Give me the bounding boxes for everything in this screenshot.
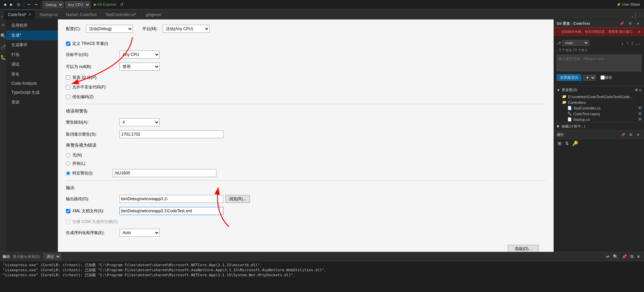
output-pin-btn[interactable]: 📌 [621,253,628,260]
git-folder-controllers[interactable]: 📁 Controllers [559,99,644,105]
com-reg-checkbox[interactable] [66,220,70,224]
xml-doc-input[interactable] [120,207,223,215]
tab-nuget[interactable]: NuGet: CodeTest [62,10,101,19]
debug-select[interactable]: Debug [43,1,64,8]
modify-checkbox[interactable] [600,75,605,80]
warning-level-select[interactable]: 4 [120,118,160,126]
treat-warnings-title: 将警告视为错误 [66,142,546,148]
nav-code-analysis[interactable]: Code Analysis [6,79,58,88]
tab-scroll-left[interactable]: ‹ [0,14,4,19]
advanced-btn[interactable]: 高级(D)... [508,245,539,252]
live-share-btn[interactable]: ⚡ Live Share [614,2,643,7]
changes-diff-icon[interactable]: ≡ [639,88,641,92]
nav-build-event[interactable]: 生成事件 [6,40,58,50]
activity-git[interactable]: ⎇ [0,43,7,50]
redo-btn[interactable]: ↪ [32,2,40,7]
unsafe-checkbox[interactable] [66,85,70,89]
git-pull-btn[interactable]: ↓ [621,40,625,46]
activity-search[interactable]: 🔍 [0,32,7,40]
activity-bar: ≡ 🔍 ⎇ 🐛 [0,19,6,252]
xml-doc-row: XML 文档文件(X): [66,207,546,215]
back-btn[interactable]: ◀ [1,2,8,7]
output-path-input[interactable] [120,195,223,203]
git-more-btn[interactable]: … [635,40,641,46]
git-file-tree: 📁 D:\codetest\CodeTest\CodeTest\Code... … [554,94,644,122]
target-platform-select[interactable]: Any CPU [120,51,160,59]
git-file-csproj[interactable]: 🔧 CodeTest.csproj M [559,111,644,117]
nav-app[interactable]: 应用程序 [6,21,58,30]
branch-select[interactable]: main [562,40,589,46]
sep1 [24,2,24,8]
tab-gitignore[interactable]: .gitignore [141,10,166,19]
config-dropdown[interactable]: 活动(Debug) [86,25,133,33]
run-btn[interactable]: ▶ IIS Express [92,2,118,7]
cpu-select[interactable]: Any CPU [65,1,90,8]
nullable-select[interactable]: 禁用 [120,63,160,71]
activity-explorer[interactable]: ≡ [0,21,7,29]
output-source-label: 显示输出来源(S): [13,254,41,259]
activity-debug[interactable]: 🐛 [0,54,7,61]
staging-label: 储藏(计算中...) [561,124,585,128]
output-close-btn[interactable]: ✕ [636,253,641,260]
git-close-btn[interactable]: ✕ [635,21,641,26]
prefer32-checkbox[interactable] [66,75,70,80]
settings-scroll[interactable]: 配置(C): 活动(Debug) 平台(M): 活动(Any CPU) 定义 T… [58,19,554,252]
nav-build[interactable]: 生成* [6,30,58,40]
changes-add-icon[interactable]: ⊕ [635,88,638,92]
none-radio[interactable] [66,153,70,157]
git-error-close[interactable]: ✕ [638,30,641,34]
props-float-btn[interactable]: ⧉ [628,132,634,137]
tab-testcontroller[interactable]: TestController.cs* [101,10,141,19]
git-file-testcontroller[interactable]: 📄 TestController.cs M [559,105,644,111]
git-file-startup[interactable]: 📄 Startup.cs M [559,117,644,122]
undo-btn[interactable]: ↩ [25,2,32,7]
all-radio[interactable] [66,161,70,166]
specific-input[interactable] [113,169,216,177]
nav-typescript[interactable]: TypeScript 生成 [6,88,58,97]
forward-btn[interactable]: ▶ [8,2,15,7]
props-pin-btn[interactable]: 📌 [619,132,627,137]
output-float-btn[interactable]: ⧉ [629,253,634,260]
define-trace-checkbox[interactable] [66,42,70,46]
serial-label: 生成序列化程序集(E): [66,230,120,236]
specific-radio[interactable] [66,171,70,175]
nav-debug[interactable]: 调试 [6,60,58,69]
git-pin-btn[interactable]: 📌 [618,21,626,26]
nav-pack[interactable]: 打包 [6,50,58,60]
prop-categories-btn[interactable]: ⊞ [557,140,563,146]
target-platform-row: 目标平台(G): Any CPU [66,51,546,59]
commit-dropdown[interactable]: ▼ [583,75,596,81]
suppress-warnings-input[interactable] [120,130,223,138]
output-wrap-btn[interactable]: ⇌ [605,253,611,260]
tab-close[interactable]: ✕ [28,13,31,16]
define-trace-row: 定义 TRACE 常量(I) [66,41,546,47]
output-source-select[interactable]: 调试 [44,253,61,260]
git-sync-btn[interactable]: ↕ [630,40,635,46]
prop-key-btn[interactable]: 🔑 [571,140,579,146]
nav-sign[interactable]: 签名 [6,69,58,79]
optimize-checkbox[interactable] [66,95,70,99]
tab-scroll-right[interactable]: › [630,14,634,19]
none-label: 无(N) [72,152,82,158]
nav-resources[interactable]: 资源 [6,97,58,107]
staging-header[interactable]: ▶ 储藏(计算中...) [554,122,644,130]
tab-overflow-btn[interactable]: ⋯ [636,13,644,19]
git-sync-info: ↓ 0 个传出 / 0 个传入 [557,48,641,53]
git-folder-path[interactable]: 📁 D:\codetest\CodeTest\CodeTest\Code... [559,94,644,99]
props-close-btn[interactable]: ✕ [635,132,641,137]
git-changes-header[interactable]: ▼ 更改数(3) ⊕ ≡ [554,86,644,94]
platform-dropdown[interactable]: 活动(Any CPU) [163,25,210,33]
git-commit-btn[interactable]: 全部提交(I) [557,74,581,81]
git-float-btn[interactable]: ⧉ [627,21,633,26]
git-message-input[interactable] [557,55,641,71]
circle-btn[interactable]: ⊙ [15,1,22,8]
git-push-btn[interactable]: ↑ [625,40,630,46]
tab-startup[interactable]: Startup.cs [35,10,62,19]
tab-codetest[interactable]: CodeTest* ✕ [4,10,35,19]
output-find-btn[interactable]: 🔍 [612,253,619,260]
xml-doc-checkbox[interactable] [66,209,70,213]
prop-sort-btn[interactable]: ⇅ [564,140,570,146]
browse-btn[interactable]: 浏览(R)... [225,195,250,203]
serial-select[interactable]: Auto [120,229,160,237]
refresh-btn[interactable]: ↺ [118,2,125,7]
